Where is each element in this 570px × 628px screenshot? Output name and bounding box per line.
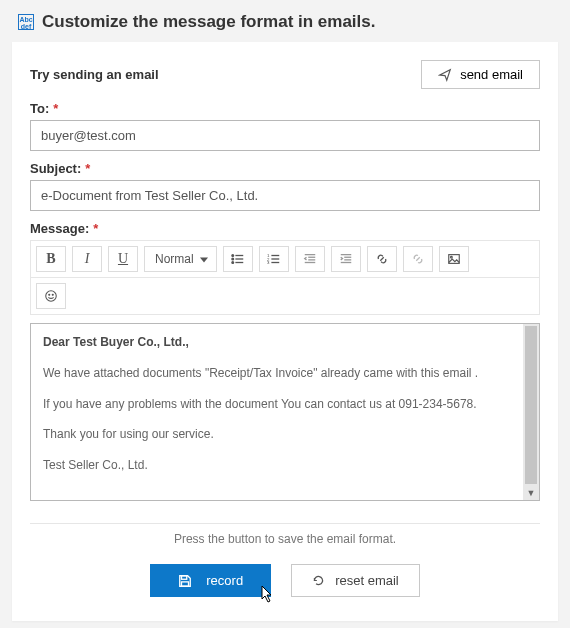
svg-rect-26 xyxy=(182,581,189,585)
reset-icon xyxy=(312,574,325,587)
svg-rect-25 xyxy=(182,575,187,579)
save-hint: Press the button to save the email forma… xyxy=(30,532,540,546)
outdent-icon xyxy=(303,252,317,266)
svg-point-21 xyxy=(450,256,452,258)
link-button[interactable] xyxy=(367,246,397,272)
message-editor[interactable]: Dear Test Buyer Co., Ltd., We have attac… xyxy=(31,324,523,500)
svg-point-2 xyxy=(232,258,234,260)
emoji-button[interactable] xyxy=(36,283,66,309)
send-icon xyxy=(438,68,452,82)
svg-point-0 xyxy=(232,255,234,257)
list-ul-icon xyxy=(231,252,245,266)
abc-icon: Abcdef xyxy=(18,14,34,30)
outdent-button[interactable] xyxy=(295,246,325,272)
send-email-label: send email xyxy=(460,67,523,82)
scroll-down-icon[interactable]: ▼ xyxy=(525,486,538,500)
image-button[interactable] xyxy=(439,246,469,272)
reset-label: reset email xyxy=(335,573,399,588)
image-icon xyxy=(447,252,461,266)
email-card: Try sending an email send email To:* Sub… xyxy=(12,42,558,621)
to-input[interactable] xyxy=(30,120,540,151)
scrollbar-thumb[interactable] xyxy=(525,326,537,484)
page-title: Customize the message format in emails. xyxy=(42,12,376,32)
format-select[interactable]: Normal xyxy=(144,246,217,272)
italic-button[interactable]: I xyxy=(72,246,102,272)
subject-label: Subject:* xyxy=(30,161,540,176)
indent-button[interactable] xyxy=(331,246,361,272)
ordered-list-button[interactable]: 123 xyxy=(259,246,289,272)
body-line4: Test Seller Co., Ltd. xyxy=(43,457,511,474)
message-label: Message:* xyxy=(30,221,540,236)
svg-point-24 xyxy=(52,294,53,295)
body-greeting: Dear Test Buyer Co., Ltd., xyxy=(43,334,511,351)
underline-button[interactable]: U xyxy=(108,246,138,272)
editor-toolbar: B I U Normal 123 xyxy=(30,240,540,278)
unlink-button[interactable] xyxy=(403,246,433,272)
divider xyxy=(30,523,540,524)
indent-icon xyxy=(339,252,353,266)
unordered-list-button[interactable] xyxy=(223,246,253,272)
reset-email-button[interactable]: reset email xyxy=(291,564,420,597)
to-label: To:* xyxy=(30,101,540,116)
save-icon xyxy=(178,574,192,588)
body-line1: We have attached documents "Receipt/Tax … xyxy=(43,365,511,382)
svg-point-22 xyxy=(46,291,57,302)
body-line3: Thank you for using our service. xyxy=(43,426,511,443)
page-header: Abcdef Customize the message format in e… xyxy=(0,0,570,42)
bold-button[interactable]: B xyxy=(36,246,66,272)
svg-point-4 xyxy=(232,262,234,264)
svg-text:3: 3 xyxy=(267,260,270,265)
try-sending-label: Try sending an email xyxy=(30,67,159,82)
editor-scrollbar[interactable]: ▼ xyxy=(523,324,539,500)
record-button[interactable]: record xyxy=(150,564,271,597)
subject-input[interactable] xyxy=(30,180,540,211)
record-label: record xyxy=(206,573,243,588)
list-ol-icon: 123 xyxy=(267,252,281,266)
svg-point-23 xyxy=(49,294,50,295)
svg-rect-20 xyxy=(448,255,459,264)
smile-icon xyxy=(44,289,58,303)
send-email-button[interactable]: send email xyxy=(421,60,540,89)
unlink-icon xyxy=(411,252,425,266)
body-line2: If you have any problems with the docume… xyxy=(43,396,511,413)
link-icon xyxy=(375,252,389,266)
